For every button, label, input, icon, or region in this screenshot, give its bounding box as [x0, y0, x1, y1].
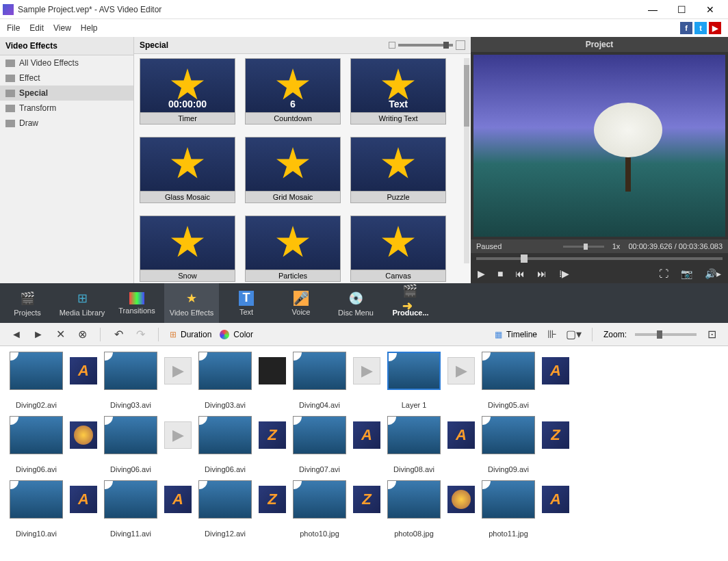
- effect-writing-text[interactable]: TextWriting Text: [350, 58, 446, 125]
- clip-diving06-avi[interactable]: Diving06.avi: [198, 416, 252, 473]
- twitter-icon[interactable]: t: [694, 22, 707, 34]
- effects-scrollbar[interactable]: [464, 58, 469, 263]
- menu-edit[interactable]: Edit: [25, 22, 48, 34]
- redo-button[interactable]: ↷: [133, 328, 147, 341]
- clip-diving03-avi[interactable]: Diving03.avi: [198, 352, 252, 409]
- effect-timer[interactable]: 00:00:00Timer: [140, 58, 235, 125]
- storyboard[interactable]: Diving02.aviADiving03.avi▶Diving03.aviDi…: [0, 346, 728, 561]
- duration-button[interactable]: ⊞Duration: [170, 330, 211, 339]
- next-button[interactable]: ⏭: [537, 268, 547, 279]
- clip-diving06-avi[interactable]: Diving06.avi: [104, 416, 157, 473]
- sidebar-item-draw[interactable]: Draw: [0, 116, 133, 131]
- transition-slot[interactable]: A: [70, 357, 97, 384]
- effect-snow[interactable]: Snow: [140, 216, 235, 282]
- transition-slot[interactable]: A: [353, 421, 380, 449]
- close-button[interactable]: ✕: [702, 4, 718, 15]
- sidebar-item-transform[interactable]: Transform: [0, 101, 133, 116]
- effect-countdown[interactable]: 6Countdown: [245, 58, 341, 125]
- transition-arrow[interactable]: ▶: [164, 421, 192, 449]
- tool-transitions[interactable]: Transitions: [109, 283, 164, 323]
- seek-bar[interactable]: [471, 253, 728, 264]
- clip-diving04-avi[interactable]: Diving04.avi: [293, 352, 346, 409]
- clip-diving02-avi[interactable]: Diving02.avi: [10, 352, 63, 409]
- thumbnail-size-slider[interactable]: [389, 40, 465, 50]
- sidebar-item-effect[interactable]: Effect: [0, 70, 133, 86]
- clip-diving07-avi[interactable]: Diving07.avi: [293, 416, 346, 473]
- undo-button[interactable]: ↶: [112, 328, 125, 341]
- transition-arrow[interactable]: ▶: [164, 357, 192, 384]
- effect-puzzle[interactable]: Puzzle: [350, 137, 446, 203]
- clip-photo10-jpg[interactable]: photo10.jpg: [293, 480, 346, 538]
- menu-view[interactable]: View: [49, 22, 75, 34]
- transition-slot[interactable]: Z: [353, 486, 380, 513]
- nav-back-button[interactable]: ◄: [10, 328, 23, 341]
- clip-diving11-avi[interactable]: Diving11.avi: [104, 480, 157, 538]
- menu-help[interactable]: Help: [77, 22, 102, 34]
- folder-icon: [5, 60, 15, 67]
- clip-diving12-avi[interactable]: Diving12.avi: [198, 480, 252, 538]
- youtube-icon[interactable]: ▶: [709, 22, 721, 34]
- transition-slot[interactable]: [447, 486, 475, 513]
- effect-glass-mosaic[interactable]: Glass Mosaic: [140, 137, 235, 203]
- clip-diving09-avi[interactable]: Diving09.avi: [482, 416, 535, 473]
- transition-slot[interactable]: A: [164, 486, 192, 513]
- zoom-slider[interactable]: [635, 333, 697, 336]
- effect-grid-mosaic[interactable]: Grid Mosaic: [245, 137, 341, 203]
- tool-text[interactable]: TText: [219, 283, 274, 323]
- tool-video-effects[interactable]: ★Video Effects: [164, 283, 219, 323]
- delete-button[interactable]: ✕: [53, 328, 67, 341]
- tool-voice[interactable]: 🎤Voice: [274, 283, 328, 323]
- stop-button[interactable]: ■: [497, 268, 503, 279]
- color-button[interactable]: Color: [220, 330, 253, 339]
- clip-corner-icon: [10, 481, 18, 489]
- transition-arrow[interactable]: ▶: [447, 357, 475, 384]
- folder-icon: [5, 90, 15, 97]
- sidebar-item-special[interactable]: Special: [0, 86, 133, 101]
- transition-slot[interactable]: [259, 357, 286, 384]
- transition-slot[interactable]: [70, 421, 97, 449]
- step-button[interactable]: ⁞▶: [559, 268, 569, 279]
- mixer-button[interactable]: ⊪: [545, 328, 559, 341]
- speed-slider[interactable]: [563, 246, 604, 248]
- clip-layer 1[interactable]: Layer 1: [387, 352, 441, 409]
- display-button[interactable]: ▢▾: [567, 328, 581, 341]
- prev-button[interactable]: ⏮: [515, 268, 525, 279]
- clip-diving08-avi[interactable]: Diving08.avi: [387, 416, 441, 473]
- clip-photo08-jpg[interactable]: photo08.jpg: [387, 480, 441, 538]
- tool-projects[interactable]: 🎬Projects: [0, 283, 55, 323]
- clip-diving03-avi[interactable]: Diving03.avi: [104, 352, 157, 409]
- transition-arrow[interactable]: ▶: [353, 357, 380, 384]
- minimize-button[interactable]: —: [645, 4, 661, 15]
- zoom-label: Zoom:: [603, 330, 627, 339]
- facebook-icon[interactable]: f: [680, 22, 692, 34]
- transition-slot[interactable]: Z: [542, 421, 569, 449]
- play-button[interactable]: ▶: [478, 268, 485, 279]
- effect-canvas[interactable]: Canvas: [350, 216, 446, 282]
- preview-video[interactable]: [473, 55, 725, 237]
- transition-slot[interactable]: A: [70, 486, 97, 513]
- clip-diving06-avi[interactable]: Diving06.avi: [10, 416, 63, 473]
- effect-particles[interactable]: Particles: [245, 216, 341, 282]
- volume-button[interactable]: 🔊▸: [705, 268, 721, 279]
- tool-disc-menu[interactable]: 💿Disc Menu: [328, 283, 383, 323]
- maximize-button[interactable]: ☐: [673, 4, 690, 15]
- nav-forward-button[interactable]: ►: [31, 328, 45, 341]
- delete-all-button[interactable]: ⊗: [75, 328, 89, 341]
- timeline-toggle[interactable]: ▦Timeline: [495, 330, 537, 339]
- transition-slot[interactable]: A: [542, 357, 569, 384]
- snapshot-button[interactable]: 📷: [681, 268, 692, 279]
- clip-corner-icon: [10, 352, 18, 361]
- menu-file[interactable]: File: [3, 22, 24, 34]
- fullscreen-button[interactable]: ⛶: [659, 268, 668, 279]
- tool-media-library[interactable]: ⊞Media Library: [55, 283, 109, 323]
- transition-slot[interactable]: Z: [259, 421, 286, 449]
- fit-zoom-button[interactable]: ⊡: [705, 328, 718, 341]
- tool-produce[interactable]: 🎬➜Produce...: [383, 283, 438, 323]
- clip-photo11-jpg[interactable]: photo11.jpg: [482, 480, 535, 538]
- transition-slot[interactable]: A: [542, 486, 569, 513]
- transition-slot[interactable]: Z: [259, 486, 286, 513]
- clip-diving05-avi[interactable]: Diving05.avi: [482, 352, 535, 409]
- clip-diving10-avi[interactable]: Diving10.avi: [10, 480, 63, 538]
- sidebar-item-all-video-effects[interactable]: All Video Effects: [0, 55, 133, 70]
- transition-slot[interactable]: A: [447, 421, 475, 449]
